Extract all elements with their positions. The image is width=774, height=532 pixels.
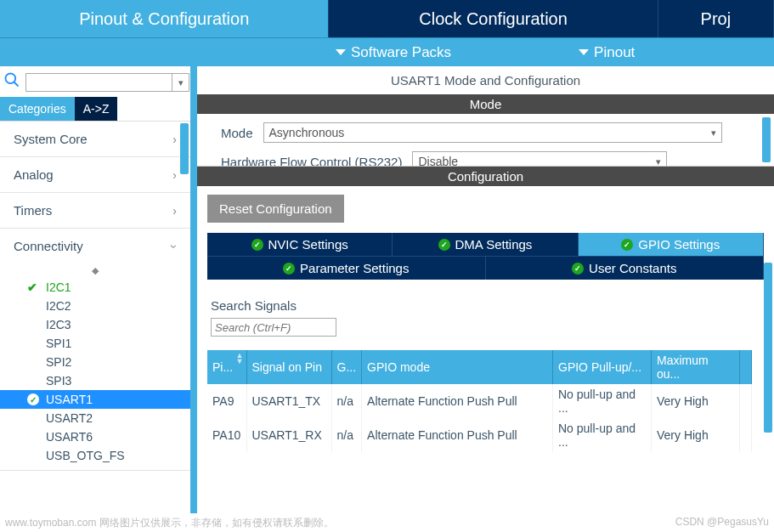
- col-gpio-out[interactable]: G...: [331, 350, 362, 384]
- chevron-down-icon: [336, 49, 346, 55]
- search-signals-input[interactable]: [211, 318, 336, 337]
- peripheral-search-box: ▾: [25, 73, 189, 92]
- list-item-usart6[interactable]: USART6: [0, 427, 190, 446]
- list-item-spi3[interactable]: SPI3: [0, 371, 190, 390]
- group-system-core[interactable]: System Core›: [0, 122, 190, 156]
- peripheral-search-input[interactable]: [26, 74, 172, 91]
- col-pull[interactable]: GPIO Pull-up/...: [553, 350, 652, 384]
- group-connectivity[interactable]: Connectivity›: [0, 229, 190, 263]
- watermark-left: www.toymoban.com 网络图片仅供展示，非存储，如有侵权请联系删除。: [5, 516, 334, 530]
- left-panel: ▾ Categories A->Z System Core› Analog› T…: [0, 66, 197, 513]
- sort-icon: ▲▼: [236, 353, 244, 365]
- software-packs-menu[interactable]: Software Packs: [336, 44, 451, 61]
- tab-gpio-settings[interactable]: ✓GPIO Settings: [579, 233, 764, 256]
- panel-title: USART1 Mode and Configuration: [197, 66, 774, 94]
- tab-categories[interactable]: Categories: [0, 97, 75, 121]
- col-speed[interactable]: Maximum ou...: [652, 350, 740, 384]
- tab-nvic-settings[interactable]: ✓NVIC Settings: [207, 233, 393, 256]
- search-dropdown-button[interactable]: ▾: [172, 74, 189, 91]
- tab-a-to-z[interactable]: A->Z: [75, 97, 118, 121]
- chevron-right-icon: ›: [172, 204, 177, 218]
- mode-label: Mode: [221, 126, 253, 140]
- chevron-down-icon: ▾: [656, 156, 661, 167]
- check-icon: ✓: [572, 263, 584, 274]
- collapse-icon[interactable]: ◆: [0, 265, 190, 278]
- check-icon: ✓: [621, 239, 633, 251]
- list-item-i2c1[interactable]: ✔I2C1: [0, 278, 190, 297]
- watermark-footer: www.toymoban.com 网络图片仅供展示，非存储，如有侵权请联系删除。…: [5, 516, 769, 530]
- gpio-table: Pi...▲▼ Signal on Pin G... GPIO mode GPI…: [207, 350, 752, 452]
- tab-user-constants[interactable]: ✓User Constants: [486, 256, 765, 280]
- software-packs-label: Software Packs: [351, 44, 451, 61]
- top-tabs: Pinout & Configuration Clock Configurati…: [0, 0, 774, 37]
- table-row[interactable]: PA10 USART1_RX n/a Alternate Function Pu…: [207, 418, 752, 452]
- left-scrollbar[interactable]: [180, 123, 189, 174]
- col-signal[interactable]: Signal on Pin: [246, 350, 331, 384]
- right-panel: USART1 Mode and Configuration Mode Mode …: [197, 66, 774, 513]
- pinout-menu[interactable]: Pinout: [579, 44, 635, 61]
- mode-select[interactable]: Asynchronous ▾: [263, 122, 722, 143]
- list-item-spi2[interactable]: SPI2: [0, 353, 190, 371]
- chevron-down-icon: [579, 49, 589, 55]
- list-item-usart1[interactable]: ✓USART1: [0, 390, 190, 409]
- check-icon: ✓: [251, 239, 263, 251]
- list-item-usb-otg-fs[interactable]: USB_OTG_FS: [0, 446, 190, 465]
- config-scrollbar[interactable]: [764, 263, 772, 433]
- tab-project[interactable]: Proj: [658, 0, 774, 37]
- hw-flow-value: Disable: [418, 155, 458, 167]
- chevron-down-icon: ▾: [711, 127, 716, 139]
- check-icon: ✔: [27, 280, 37, 294]
- connectivity-list: ◆ ✔I2C1 I2C2 I2C3 SPI1 SPI2 SPI3 ✓USART1…: [0, 263, 190, 470]
- check-icon: ✓: [283, 263, 295, 274]
- check-icon: ✓: [27, 393, 39, 405]
- list-item-i2c2[interactable]: I2C2: [0, 297, 190, 315]
- svg-line-1: [14, 82, 19, 87]
- watermark-right: CSDN @PegasusYu: [675, 516, 769, 530]
- sub-toolbar: Software Packs Pinout: [0, 37, 774, 66]
- tab-pinout-config[interactable]: Pinout & Configuration: [0, 0, 329, 37]
- chevron-right-icon: ›: [172, 168, 177, 182]
- table-row[interactable]: PA9 USART1_TX n/a Alternate Function Pus…: [207, 384, 752, 418]
- hw-flow-label: Hardware Flow Control (RS232): [221, 155, 402, 167]
- group-analog[interactable]: Analog›: [0, 157, 190, 192]
- search-icon[interactable]: [3, 71, 20, 93]
- tab-parameter-settings[interactable]: ✓Parameter Settings: [207, 256, 486, 280]
- list-item-usart2[interactable]: USART2: [0, 409, 190, 427]
- chevron-right-icon: ›: [172, 133, 177, 146]
- list-item-i2c3[interactable]: I2C3: [0, 315, 190, 334]
- reset-configuration-button[interactable]: Reset Configuration: [207, 195, 344, 223]
- col-pin[interactable]: Pi...▲▼: [207, 350, 246, 384]
- list-item-spi1[interactable]: SPI1: [0, 334, 190, 353]
- mode-section-header: Mode: [197, 94, 774, 114]
- search-signals-label: Search Signals: [211, 298, 764, 313]
- mode-select-value: Asynchronous: [269, 126, 345, 139]
- mode-scrollbar[interactable]: [762, 117, 771, 162]
- svg-point-0: [6, 74, 16, 84]
- col-extra[interactable]: [740, 350, 752, 384]
- group-timers[interactable]: Timers›: [0, 193, 190, 228]
- pinout-label: Pinout: [594, 44, 635, 61]
- tab-clock-config[interactable]: Clock Configuration: [329, 0, 658, 37]
- tab-dma-settings[interactable]: ✓DMA Settings: [393, 233, 578, 256]
- hw-flow-select[interactable]: Disable ▾: [412, 151, 667, 167]
- config-section-header: Configuration: [197, 167, 774, 186]
- check-icon: ✓: [438, 239, 450, 251]
- col-gpio-mode[interactable]: GPIO mode: [362, 350, 553, 384]
- chevron-down-icon: ›: [168, 244, 182, 248]
